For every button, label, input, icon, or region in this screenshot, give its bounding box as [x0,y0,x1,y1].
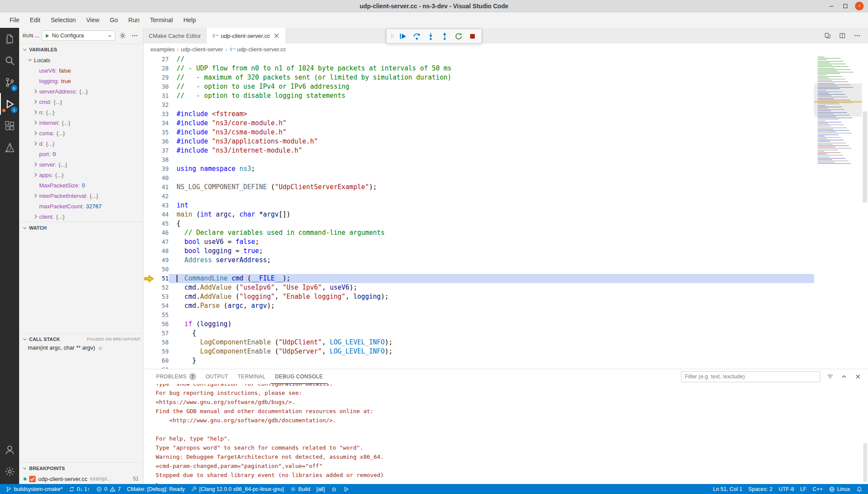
activity-extensions[interactable] [0,115,19,137]
variable-row[interactable]: client:{...} [19,211,143,222]
menu-terminal[interactable]: Terminal [145,14,178,26]
stack-frame[interactable]: main(int argc, char ** argv)u. [19,344,143,355]
code-line[interactable]: 38 [144,155,814,164]
menu-file[interactable]: File [4,14,25,26]
variable-row[interactable]: serverAddress:{...} [19,86,143,97]
step-into-button[interactable] [424,30,437,42]
status-indentation[interactable]: Spaces: 2 [745,484,776,494]
variable-row[interactable]: cmd:{...} [19,97,143,107]
status-cmake-target[interactable]: [all] [313,484,327,494]
more-actions-button[interactable] [852,31,862,40]
step-out-button[interactable] [438,30,451,42]
tab-udp-client-server-cc[interactable]: C++udp-client-server.cc [207,28,286,43]
variable-row[interactable]: csma:{...} [19,128,143,138]
menu-go[interactable]: Go [104,14,123,26]
code-line[interactable]: 51 CommandLine cmd (__FILE__); [144,274,814,283]
step-over-button[interactable] [410,30,423,42]
status-git-sync[interactable]: 0↓ 1↑ [66,484,93,494]
status-encoding[interactable]: UTF-8 [775,484,797,494]
code-line[interactable]: 32 [144,100,814,110]
code-line[interactable]: 31// - option to disable logging stateme… [144,91,814,100]
status-eol[interactable]: LF [797,484,810,494]
panel-tab-output[interactable]: OUTPUT [201,369,233,384]
menu-edit[interactable]: Edit [25,14,46,26]
code-line[interactable]: 45{ [144,219,814,228]
breakpoints-section-header[interactable]: BREAKPOINTS [19,462,143,474]
code-line[interactable]: 42 [144,192,814,201]
code-line[interactable]: 52 cmd.AddValue ("useIpv6", "Use Ipv6", … [144,283,814,292]
code-line[interactable]: 59 LogComponentEnable ("UdpServer", LOG_… [144,347,814,356]
code-line[interactable]: 35#include "ns3/csma-module.h" [144,128,814,137]
stop-button[interactable] [466,30,479,42]
console-input-row[interactable]: > [156,480,868,484]
status-cmake-build[interactable]: Build [287,484,314,494]
code-line[interactable]: 47 bool useV6 = false; [144,237,814,247]
status-git-branch[interactable]: buildsystem-cmake* [3,484,66,494]
code-line[interactable]: 41NS_LOG_COMPONENT_DEFINE ("UdpClientSer… [144,183,814,192]
code-line[interactable]: 60 } [144,356,814,365]
variable-row[interactable]: useV6:false [19,65,143,76]
code-line[interactable]: 44main (int argc, char *argv[]) [144,210,814,219]
code-line[interactable]: 49 Address serverAddress; [144,256,814,265]
variables-section-header[interactable]: VARIABLES [19,43,143,55]
gripper-icon[interactable] [389,30,395,42]
status-debug-select[interactable] [328,484,340,494]
menu-help[interactable]: Help [178,14,201,26]
debug-more-button[interactable] [130,31,140,40]
code-line[interactable]: 54 cmd.Parse (argc, argv); [144,301,814,310]
minimap[interactable] [814,55,862,369]
debug-settings-button[interactable] [118,31,127,40]
code-line[interactable]: 33#include <fstream> [144,110,814,119]
filter-results-button[interactable] [825,372,835,381]
variable-row[interactable]: port:0 [19,149,143,159]
status-cpp-configuration[interactable]: Linux [826,484,853,494]
breadcrumb-item[interactable]: examples [150,46,175,53]
variable-row[interactable]: d:{...} [19,138,143,149]
code-line[interactable]: 57 { [144,329,814,338]
menu-selection[interactable]: Selection [46,14,81,26]
activity-search[interactable] [0,50,19,71]
close-icon[interactable] [273,32,280,40]
variable-row[interactable]: server:{...} [19,159,143,170]
variable-row[interactable]: logging:true [19,76,143,86]
code-line[interactable]: 50 [144,265,814,274]
minimap-slider[interactable] [814,83,862,117]
variable-row[interactable]: MaxPacketSize:0 [19,180,143,190]
debug-console[interactable]: Type "show configuration" for configurat… [144,384,868,484]
activity-run-debug[interactable]: 1 [0,93,19,115]
activity-explorer[interactable] [0,28,19,50]
code-line[interactable]: 29// - maximum of 320 packets sent (or l… [144,73,814,82]
panel-tab-problems[interactable]: PROBLEMS7 [151,369,201,384]
debug-config-dropdown[interactable]: No Configura [42,30,115,41]
console-filter-input[interactable] [681,371,820,382]
split-editor-button[interactable] [838,31,847,40]
panel-scrollbar[interactable] [863,443,867,482]
variable-row[interactable]: apps:{...} [19,170,143,180]
watch-section-header[interactable]: WATCH [19,222,143,233]
code-line[interactable]: 27// [144,55,814,64]
code-line[interactable]: 34#include "ns3/core-module.h" [144,119,814,128]
breadcrumb-item[interactable]: udp-client-server [181,46,223,53]
status-notifications[interactable] [853,484,865,494]
code-line[interactable]: 39using namespace ns3; [144,164,814,174]
code-line[interactable]: 36#include "ns3/applications-module.h" [144,137,814,146]
code-line[interactable]: 55 [144,310,814,320]
variable-row[interactable]: maxPacketCount:32767 [19,201,143,211]
status-cursor-position[interactable]: Ln 51, Col 1 [710,484,745,494]
open-changes-button[interactable] [823,31,832,40]
breakpoint-row[interactable]: udp-client-server.ccexampl...51 [19,474,143,484]
editor-scrollbar[interactable] [862,55,868,369]
scrollbar-thumb[interactable] [863,111,867,203]
breadcrumb-item[interactable]: C++udp-client-server.cc [229,46,286,53]
code-line[interactable]: 40 [144,174,814,183]
status-language-mode[interactable]: C++ [809,484,826,494]
menu-view[interactable]: View [81,14,104,26]
code-line[interactable]: 56 if (logging) [144,320,814,329]
activity-source-control[interactable]: 6 [0,71,19,93]
variable-row[interactable]: interPacketInterval:{...} [19,190,143,201]
restart-button[interactable] [452,30,465,42]
status-problems[interactable]: 07 [93,484,124,494]
activity-settings[interactable] [0,461,19,482]
editor[interactable]: 27//28// - UDP flow from n0 to n1 of 102… [144,55,868,369]
status-cmake-status[interactable]: CMake: [Debug]: Ready [124,484,188,494]
